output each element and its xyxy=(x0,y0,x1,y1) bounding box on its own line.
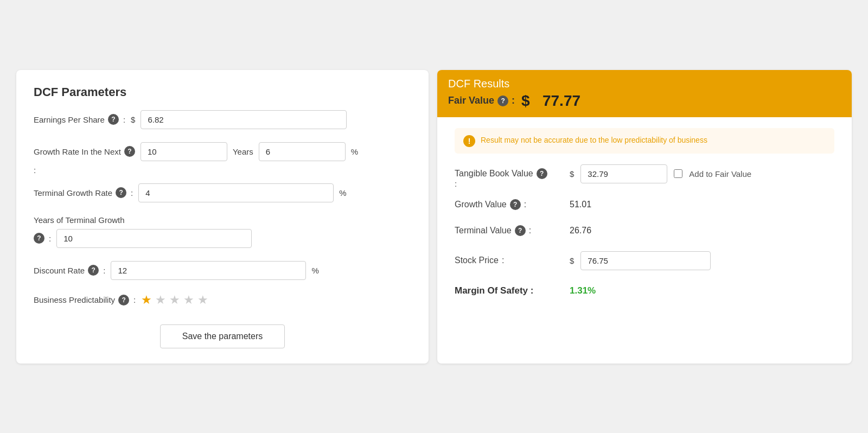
fair-value-label: Fair Value ? : xyxy=(448,95,515,106)
tangible-book-value-help-icon[interactable]: ? xyxy=(537,168,547,179)
fair-value-row: Fair Value ? : $ 77.77 xyxy=(448,92,841,110)
discount-rate-row: Discount Rate ? : % xyxy=(34,261,411,280)
stars-container: ★ ★ ★ ★ ★ xyxy=(141,293,208,307)
years-terminal-growth-help-icon[interactable]: ? xyxy=(34,233,44,244)
growth-value-amount: 51.01 xyxy=(570,200,591,209)
stock-price-currency: $ xyxy=(570,256,574,265)
star-2[interactable]: ★ xyxy=(155,293,166,307)
terminal-value-help-icon[interactable]: ? xyxy=(515,225,526,236)
left-panel-title: DCF Parameters xyxy=(34,85,411,99)
eps-help-icon[interactable]: ? xyxy=(108,114,119,125)
star-4[interactable]: ★ xyxy=(183,293,194,307)
predictability-label: Business Predictability ? : xyxy=(34,295,136,305)
discount-rate-input[interactable] xyxy=(111,261,306,280)
terminal-growth-rate-label: Terminal Growth Rate ? : xyxy=(34,187,133,198)
tangible-book-value-label: Tangible Book Value ? xyxy=(455,168,563,179)
predictability-help-icon[interactable]: ? xyxy=(118,295,129,305)
predictability-row: Business Predictability ? : ★ ★ ★ ★ ★ xyxy=(34,293,411,307)
stock-price-label: Stock Price : xyxy=(455,256,563,265)
star-3[interactable]: ★ xyxy=(169,293,180,307)
save-parameters-button[interactable]: Save the parameters xyxy=(160,324,285,348)
growth-value-help-icon[interactable]: ? xyxy=(510,199,521,210)
tangible-book-value-input[interactable] xyxy=(580,164,667,183)
dcf-parameters-panel: DCF Parameters Earnings Per Share ? : $ … xyxy=(16,70,429,364)
years-terminal-growth-input[interactable] xyxy=(56,229,252,248)
dcf-results-panel: DCF Results Fair Value ? : $ 77.77 ! Res… xyxy=(437,70,852,364)
warning-text: Result may not be accurate due to the lo… xyxy=(481,135,707,146)
growth-percent-input[interactable] xyxy=(259,142,346,161)
margin-of-safety-row: Margin Of Safety : 1.31% xyxy=(455,285,834,296)
star-1[interactable]: ★ xyxy=(141,293,152,307)
fair-value-help-icon[interactable]: ? xyxy=(497,95,508,106)
terminal-value-label: Terminal Value ? : xyxy=(455,225,563,236)
terminal-value-row: Terminal Value ? : 26.76 xyxy=(455,225,834,236)
add-to-fair-value-checkbox[interactable] xyxy=(674,169,682,178)
margin-of-safety-value: 1.31% xyxy=(570,285,596,296)
growth-rate-label: Growth Rate In the Next ? xyxy=(34,146,135,157)
discount-rate-unit: % xyxy=(311,266,318,275)
terminal-growth-rate-help-icon[interactable]: ? xyxy=(116,187,126,198)
stock-price-row: Stock Price : $ xyxy=(455,251,834,270)
terminal-growth-rate-input[interactable] xyxy=(138,183,334,202)
years-terminal-growth-label: Years of Terminal Growth xyxy=(34,215,125,225)
tbv-currency: $ xyxy=(570,169,574,179)
growth-rate-help-icon[interactable]: ? xyxy=(124,146,135,157)
growth-rate-row: Growth Rate In the Next ? Years % xyxy=(34,142,411,161)
eps-label: Earnings Per Share ? : xyxy=(34,114,125,125)
terminal-growth-rate-unit: % xyxy=(339,188,346,198)
growth-years-input[interactable] xyxy=(141,142,227,161)
stock-price-input[interactable] xyxy=(580,251,711,270)
fair-value-amount: $ 77.77 xyxy=(521,92,580,110)
growth-rate-colon: : xyxy=(34,165,411,175)
add-to-fair-value-label: Add to Fair Value xyxy=(689,169,751,179)
warning-box: ! Result may not be accurate due to the … xyxy=(455,128,834,154)
terminal-growth-rate-row: Terminal Growth Rate ? : % xyxy=(34,183,411,202)
eps-row: Earnings Per Share ? : $ xyxy=(34,110,411,129)
growth-percent-unit: % xyxy=(351,147,358,156)
dcf-results-title: DCF Results xyxy=(448,78,841,90)
growth-value-label: Growth Value ? : xyxy=(455,199,563,210)
growth-value-row: Growth Value ? : 51.01 xyxy=(455,199,834,210)
discount-rate-help-icon[interactable]: ? xyxy=(88,265,99,276)
margin-of-safety-label: Margin Of Safety : xyxy=(455,285,563,296)
years-terminal-growth-input-row: ? : xyxy=(34,229,411,248)
discount-rate-label: Discount Rate ? : xyxy=(34,265,105,276)
years-terminal-growth-row: Years of Terminal Growth xyxy=(34,215,411,225)
star-5[interactable]: ★ xyxy=(197,293,208,307)
eps-input[interactable] xyxy=(141,110,347,129)
terminal-value-amount: 26.76 xyxy=(570,226,591,235)
eps-currency: $ xyxy=(131,115,135,124)
dcf-results-header: DCF Results Fair Value ? : $ 77.77 xyxy=(437,70,852,117)
years-unit: Years xyxy=(233,147,253,156)
warning-icon: ! xyxy=(463,135,475,147)
